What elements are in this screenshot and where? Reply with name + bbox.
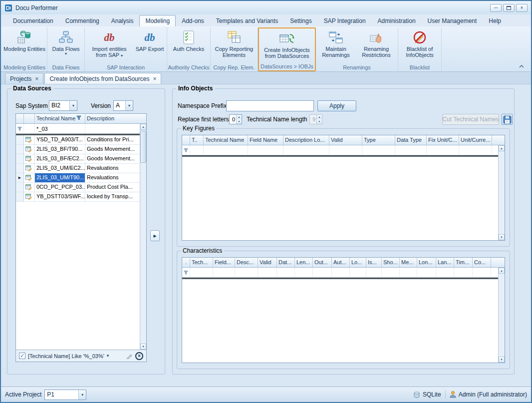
column-header[interactable]: Lon...: [417, 258, 436, 268]
filter-cell[interactable]: [190, 145, 204, 155]
column-header[interactable]: Field Name: [248, 135, 283, 145]
column-header[interactable]: Description Lo...: [283, 135, 329, 145]
table-row[interactable]: YB_DSTT03/SWF... locked by Transp...: [16, 192, 146, 202]
filter-cell[interactable]: [313, 268, 332, 278]
chevron-down-icon[interactable]: ▾: [69, 101, 77, 110]
cell-technical-name[interactable]: YSD_TD_A903/T...: [35, 135, 85, 145]
vertical-scrollbar[interactable]: ▲ ▼: [140, 124, 146, 350]
sap-system-select[interactable]: BI2 ▾: [49, 100, 77, 111]
column-header[interactable]: Tim...: [454, 258, 473, 268]
vertical-scrollbar[interactable]: ▲ ▼: [498, 145, 505, 240]
scroll-up-icon[interactable]: ▲: [140, 124, 146, 130]
cell-description[interactable]: Product Cost Pla...: [85, 183, 146, 192]
spin-down-icon[interactable]: ▼: [237, 119, 242, 124]
filter-cell[interactable]: [395, 145, 427, 155]
replace-first-letters-spinner[interactable]: 0 ▲▼: [229, 114, 242, 124]
version-select[interactable]: A ▾: [113, 100, 133, 111]
filter-row-indicator[interactable]: [182, 145, 190, 155]
doc-tab-create-infoobjects[interactable]: Create InfoObjects from DataSources ×: [44, 73, 161, 84]
filter-cell[interactable]: [473, 268, 491, 278]
column-header[interactable]: T..: [190, 135, 204, 145]
filter-row-indicator[interactable]: [16, 124, 24, 134]
filter-cell[interactable]: [417, 268, 436, 278]
cell-description[interactable]: Conditions for Pri...: [85, 135, 146, 145]
table-row[interactable]: 0CO_PC_PCP_03... Product Cost Pla...: [16, 183, 146, 192]
cell-description[interactable]: Goods Movement...: [85, 145, 146, 154]
tab-help[interactable]: Help: [483, 15, 507, 26]
filter-cell[interactable]: [329, 145, 362, 155]
close-icon[interactable]: ×: [35, 76, 38, 82]
filter-cell[interactable]: [277, 268, 295, 278]
scrollbar-thumb[interactable]: [140, 131, 146, 163]
filter-expression[interactable]: [Technical Name] Like '%_03%': [28, 353, 104, 359]
scroll-up-icon[interactable]: ▲: [499, 145, 505, 151]
column-header[interactable]: Len...: [295, 258, 313, 268]
filter-cell[interactable]: [258, 268, 277, 278]
move-selected-button[interactable]: ▶: [150, 230, 160, 241]
column-header[interactable]: Lo...: [350, 258, 366, 268]
namespace-prefix-input[interactable]: [226, 100, 314, 111]
vertical-scrollbar[interactable]: ▲ ▼: [498, 268, 505, 363]
filter-cell[interactable]: [382, 268, 400, 278]
filter-cell-technical-name[interactable]: *_03: [35, 124, 85, 134]
scroll-down-icon[interactable]: ▼: [499, 357, 505, 363]
filter-cell[interactable]: [24, 124, 35, 134]
column-header[interactable]: Type: [362, 135, 395, 145]
column-header[interactable]: Valid: [329, 135, 362, 145]
table-row[interactable]: 2LIS_03_BF/EC2... Goods Movement...: [16, 154, 146, 164]
minimize-button[interactable]: ─: [490, 4, 502, 12]
column-header[interactable]: Sho...: [382, 258, 400, 268]
column-header[interactable]: Is...: [366, 258, 382, 268]
sap-export-button[interactable]: db SAP Export: [133, 27, 166, 63]
tab-administration[interactable]: Administration: [372, 15, 422, 26]
filter-cell[interactable]: [235, 268, 258, 278]
table-row[interactable]: 2LIS_03_UM/EC2... Revaluations: [16, 164, 146, 173]
tab-settings[interactable]: Settings: [284, 15, 317, 26]
scroll-down-icon[interactable]: ▼: [140, 344, 146, 350]
column-header[interactable]: Co...: [473, 258, 491, 268]
scroll-up-icon[interactable]: ▲: [499, 268, 505, 274]
import-entities-from-sap-button[interactable]: db Import entities from SAP ▾: [85, 27, 133, 63]
tab-sap-integration[interactable]: SAP Integration: [318, 15, 372, 26]
cell-description[interactable]: locked by Transp...: [85, 192, 146, 202]
tab-commenting[interactable]: Commenting: [59, 15, 105, 26]
auth-checks-button[interactable]: Auth Checks: [168, 27, 210, 63]
column-header[interactable]: Aut...: [332, 258, 350, 268]
filter-cell[interactable]: [362, 145, 395, 155]
filter-cell[interactable]: [400, 268, 417, 278]
active-project-select[interactable]: P1 ▾: [44, 390, 86, 400]
column-header[interactable]: Unit/Curre...: [459, 135, 492, 145]
tab-user-management[interactable]: User Management: [422, 15, 483, 26]
filter-cell[interactable]: [332, 268, 350, 278]
ribbon-collapse-button[interactable]: [517, 62, 527, 70]
column-header[interactable]: Tech...: [190, 258, 213, 268]
cell-description[interactable]: Goods Movement...: [85, 154, 146, 164]
cell-technical-name[interactable]: YB_DSTT03/SWF...: [35, 192, 85, 202]
filter-cell[interactable]: [366, 268, 382, 278]
scroll-down-icon[interactable]: ▼: [499, 234, 505, 240]
tab-modeling[interactable]: Modeling: [139, 15, 176, 26]
maximize-button[interactable]: [503, 4, 515, 12]
close-button[interactable]: ×: [516, 4, 528, 12]
spin-up-icon[interactable]: ▲: [237, 115, 242, 119]
edit-filter-icon[interactable]: [126, 353, 133, 359]
tab-analysis[interactable]: Analysis: [105, 15, 140, 26]
clear-filter-icon[interactable]: ×: [135, 352, 143, 360]
apply-button[interactable]: Apply: [317, 100, 356, 111]
copy-reporting-elements-button[interactable]: Copy Reporting Elements: [211, 27, 257, 63]
chevron-down-icon[interactable]: ▾: [107, 354, 109, 358]
filter-cell[interactable]: [204, 145, 248, 155]
cell-technical-name[interactable]: 2LIS_03_BF/EC2...: [35, 154, 85, 164]
filter-row-indicator[interactable]: [182, 268, 190, 278]
filter-cell[interactable]: [295, 268, 313, 278]
cell-technical-name[interactable]: 2LIS_03_UM/T90...: [35, 173, 85, 183]
column-header[interactable]: Out...: [313, 258, 332, 268]
tab-templates-and-variants[interactable]: Templates and Variants: [210, 15, 284, 26]
filter-cell[interactable]: [283, 145, 329, 155]
cell-technical-name[interactable]: 0CO_PC_PCP_03...: [35, 183, 85, 192]
column-header[interactable]: Valid: [258, 258, 277, 268]
chevron-down-icon[interactable]: ▾: [78, 390, 86, 400]
cell-technical-name[interactable]: 2LIS_03_BF/T90...: [35, 145, 85, 154]
column-header-technical-name[interactable]: Technical Name: [35, 114, 85, 124]
filter-cell-description[interactable]: [85, 124, 146, 134]
